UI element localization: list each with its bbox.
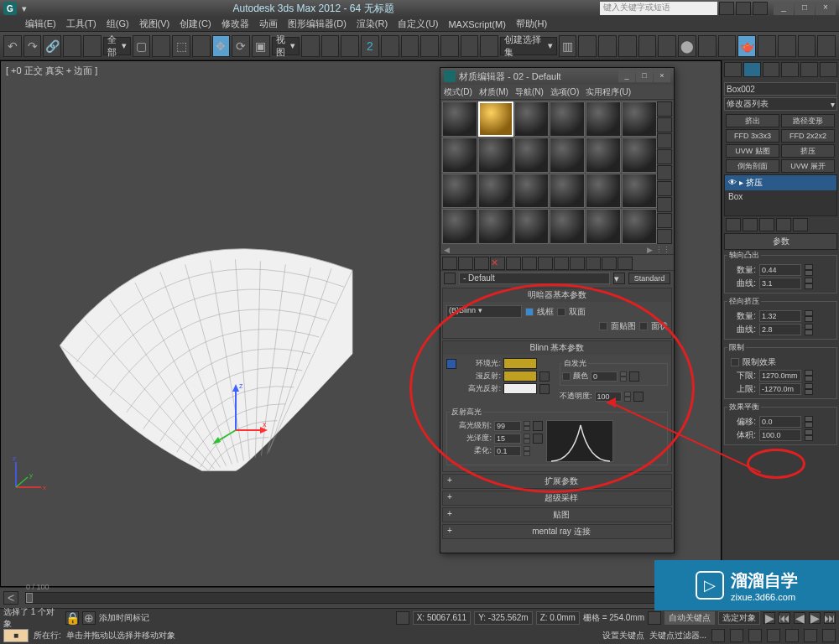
menu-create[interactable]: 创建(C) (180, 18, 211, 30)
mat-id-icon[interactable] (554, 257, 569, 270)
add-marker-icon[interactable]: ⊕ (82, 611, 96, 625)
align-button[interactable] (578, 35, 597, 57)
spinner-snap-button[interactable] (420, 35, 439, 57)
scroll-left-icon[interactable]: ◀ (444, 246, 450, 254)
maximize-button[interactable]: □ (795, 2, 815, 15)
mat-menu-utils[interactable]: 实用程序(U) (586, 86, 631, 98)
mat-name-field[interactable]: - Default (459, 273, 610, 284)
opacity-spinner[interactable]: 100 (595, 392, 622, 402)
mat-editor-titlebar[interactable]: 材质编辑器 - 02 - Default _ □ × (440, 68, 674, 85)
mod-btn-5[interactable]: 挤压 (781, 144, 835, 158)
select-button[interactable]: ▢ (133, 35, 151, 57)
mat-slot[interactable] (586, 209, 621, 244)
menu-customize[interactable]: 自定义(U) (398, 18, 438, 30)
mat-slot[interactable] (586, 138, 621, 173)
menu-help[interactable]: 帮助(H) (516, 18, 547, 30)
menu-modifiers[interactable]: 修改器 (221, 18, 249, 30)
teapot-button[interactable] (778, 35, 796, 57)
backlight-icon[interactable] (657, 117, 672, 132)
mod-btn-6[interactable]: 倒角剖面 (726, 159, 779, 173)
selection-filter-dropdown[interactable]: 全部 ▾ (103, 37, 131, 55)
coord-y-field[interactable]: Y: -325.562m (474, 611, 532, 625)
mod-btn-0[interactable]: 挤出 (726, 114, 779, 127)
time-key[interactable] (26, 593, 33, 603)
tab-modify-icon[interactable] (743, 62, 761, 77)
mat-slot[interactable] (622, 101, 657, 137)
key-mode-icon[interactable] (648, 611, 661, 625)
curve-editor-button[interactable] (638, 35, 657, 57)
modifier-stack[interactable]: 👁 ▸ 挤压 Box (724, 174, 837, 216)
redo-button[interactable]: ↷ (23, 35, 42, 57)
render-prod-button[interactable] (758, 35, 776, 57)
snap-2d-button[interactable]: 2 (361, 35, 379, 57)
select-region-button[interactable]: ⬚ (172, 35, 190, 57)
opacity-map-button[interactable] (633, 392, 644, 402)
stack-item-1[interactable]: Box (725, 190, 836, 203)
rotate-button[interactable]: ⟳ (232, 35, 250, 57)
more2-button[interactable] (817, 35, 836, 57)
snap-percent-button[interactable] (401, 35, 420, 57)
mat-slot[interactable] (586, 174, 621, 209)
mat-slot[interactable] (550, 138, 585, 173)
mat-slot[interactable] (622, 174, 657, 209)
mat-slot[interactable] (442, 174, 477, 209)
show-map-icon[interactable] (570, 257, 585, 270)
row-indicator[interactable]: ■ (3, 629, 29, 642)
play-icon[interactable]: ▶ (763, 612, 775, 624)
mat-minimize-button[interactable]: _ (618, 70, 635, 82)
put-lib-icon[interactable] (538, 257, 553, 270)
reset-mat-icon[interactable]: ✕ (490, 257, 505, 270)
axial-curve-spinner[interactable]: 3.1 (759, 278, 801, 289)
sample-type-icon[interactable] (657, 101, 672, 117)
mat-slot[interactable] (478, 209, 513, 244)
mat-map-nav-icon[interactable] (657, 229, 672, 244)
mat-close-button[interactable]: × (654, 70, 670, 82)
render-frame-button[interactable] (718, 35, 737, 57)
minimize-button[interactable]: _ (774, 2, 794, 15)
menu-animation[interactable]: 动画 (259, 18, 278, 30)
nav-fov-icon[interactable] (785, 629, 799, 642)
nav-orbit-icon[interactable] (804, 629, 817, 642)
shader-dropdown[interactable]: (B)Blinn ▾ (446, 305, 522, 318)
options-icon[interactable] (657, 197, 672, 212)
gloss-spinner[interactable]: 15 (494, 434, 521, 444)
mod-btn-2[interactable]: FFD 3x3x3 (726, 129, 779, 143)
selfillum-spinner[interactable]: 0 (591, 371, 618, 382)
window-cross-button[interactable] (192, 35, 211, 57)
selection-lock-button[interactable] (440, 35, 459, 57)
pick-mat-icon[interactable] (444, 273, 456, 284)
mod-btn-3[interactable]: FFD 2x2x2 (781, 129, 835, 143)
specular-color-swatch[interactable] (503, 383, 537, 394)
balance-offset-spinner[interactable]: 0.0 (759, 416, 801, 428)
radial-amount-spinner[interactable]: 1.32 (759, 310, 801, 322)
tab-display-icon[interactable] (800, 62, 818, 77)
gloss-map-button[interactable] (533, 434, 543, 444)
unique-icon[interactable] (759, 218, 774, 231)
close-button[interactable]: × (816, 2, 836, 15)
specular-map-button[interactable] (539, 384, 550, 394)
speclevel-spinner[interactable]: 99 (494, 421, 521, 431)
sample-uv-icon[interactable] (657, 149, 672, 164)
mat-slot[interactable] (586, 101, 621, 137)
nav-pan-icon[interactable] (711, 629, 725, 642)
mat-slot[interactable] (478, 174, 513, 209)
remove-mod-icon[interactable] (776, 218, 791, 231)
show-end-icon[interactable] (743, 218, 758, 231)
scroll-right-icon[interactable]: ▶ ⋮⋮ (647, 246, 670, 254)
balance-volume-spinner[interactable]: 100.0 (759, 429, 801, 441)
named-sets-dropdown[interactable]: 创建选择集 ▾ (500, 37, 557, 55)
soften-spinner[interactable]: 0.1 (494, 446, 521, 456)
axial-amount-spinner[interactable]: 0.44 (759, 264, 801, 276)
magnet2-button[interactable] (480, 35, 498, 57)
nav-zoom-all-icon[interactable] (748, 629, 762, 642)
select-name-button[interactable] (152, 35, 170, 57)
ribbon-button[interactable] (618, 35, 637, 57)
mat-maximize-button[interactable]: □ (636, 70, 653, 82)
transform-gizmo-icon[interactable]: z x (202, 380, 269, 447)
nav-zoom-icon[interactable] (730, 629, 743, 642)
keyfilter-button[interactable]: 关键点过滤器... (649, 630, 706, 641)
limit-check[interactable] (731, 358, 739, 366)
menu-group[interactable]: 组(G) (107, 18, 129, 30)
mat-slot[interactable] (442, 209, 477, 244)
get-mat-icon[interactable] (442, 257, 457, 270)
